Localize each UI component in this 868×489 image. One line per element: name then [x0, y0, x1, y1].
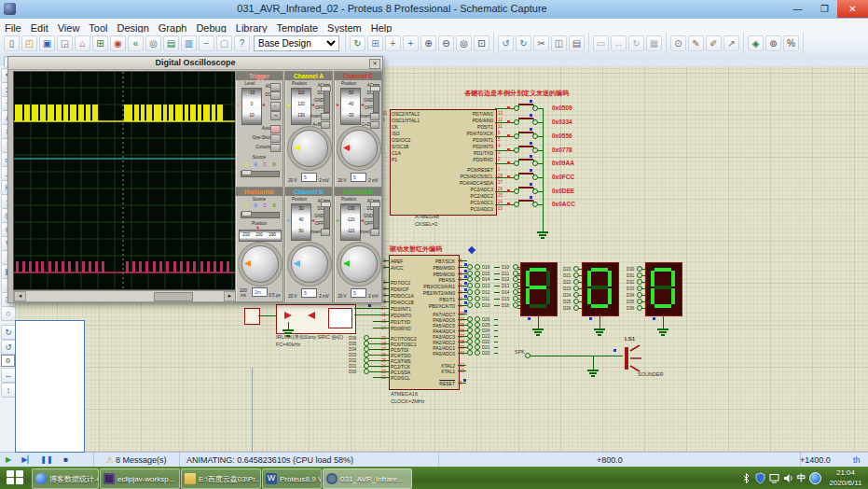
- minimize-button[interactable]: —: [785, 0, 810, 18]
- h-source-channel-d[interactable]: D: [270, 203, 278, 208]
- ime-indicator[interactable]: 中: [797, 472, 806, 484]
- scroll-thumb[interactable]: [154, 292, 193, 301]
- channel-c-scale-value[interactable]: 5: [351, 173, 366, 182]
- open-file-icon[interactable]: ◰: [21, 35, 37, 51]
- seven-segment-display[interactable]: [645, 262, 682, 316]
- zoom-out-icon[interactable]: ⊖: [438, 35, 454, 51]
- invert-button[interactable]: [321, 113, 330, 120]
- h-source-thumb[interactable]: [241, 211, 252, 217]
- mode-off[interactable]: OFF: [309, 221, 324, 226]
- h-source-channel-a[interactable]: A: [242, 203, 250, 208]
- channel-a-knob[interactable]: [291, 130, 328, 167]
- display-icon[interactable]: [769, 472, 779, 484]
- cursor-icon[interactable]: +: [403, 35, 419, 51]
- new-file-icon[interactable]: ▯: [4, 35, 20, 51]
- library-icon[interactable]: ▤: [163, 35, 179, 51]
- oscilloscope-scrollbar[interactable]: ◄ ►: [13, 290, 237, 302]
- push-button[interactable]: [518, 187, 533, 189]
- taskbar-item[interactable]: eclipjav-worksp...: [100, 468, 180, 489]
- mode-gnd[interactable]: GND: [358, 98, 373, 103]
- channel-b-scale-value[interactable]: 5: [301, 288, 317, 298]
- mode-gnd[interactable]: GND: [309, 214, 324, 218]
- coupling-thumb[interactable]: [370, 86, 380, 91]
- oneshot-button[interactable]: [270, 134, 281, 143]
- zoom-in-icon[interactable]: ⊕: [420, 35, 436, 51]
- block-rotate-icon[interactable]: ↻: [628, 35, 644, 51]
- push-button[interactable]: [518, 118, 533, 119]
- cut-icon[interactable]: ✂: [533, 35, 549, 51]
- trigger-ac-button[interactable]: [270, 83, 281, 91]
- seven-segment-display[interactable]: [582, 262, 619, 316]
- redo-icon[interactable]: ↻: [516, 35, 531, 51]
- paste-icon[interactable]: ▤: [569, 35, 585, 51]
- horizontal-knob[interactable]: [241, 245, 279, 283]
- find-icon[interactable]: ◎: [145, 35, 161, 51]
- source-channel-b[interactable]: B: [252, 162, 259, 167]
- coupling-thumb[interactable]: [321, 202, 331, 207]
- cursors-button[interactable]: [270, 144, 281, 152]
- bluetooth-icon[interactable]: [741, 472, 751, 484]
- edit-icon[interactable]: ✐: [706, 35, 722, 51]
- push-button[interactable]: [518, 159, 533, 161]
- block-delete-icon[interactable]: ▦: [646, 35, 662, 51]
- speaker-icon[interactable]: [783, 472, 793, 484]
- push-button[interactable]: [518, 104, 533, 105]
- object-selector[interactable]: [15, 320, 85, 453]
- close-button[interactable]: ✕: [837, 0, 868, 18]
- divider-tool-icon[interactable]: −: [199, 35, 214, 51]
- flip-vertical-icon[interactable]: ↕: [1, 383, 16, 398]
- pick-icon[interactable]: ⊙: [670, 35, 686, 51]
- zoom-all-icon[interactable]: ◎: [456, 35, 472, 51]
- flip-horizontal-icon[interactable]: ↔: [1, 368, 16, 383]
- taskbar-clock[interactable]: 21:04 2020/6/11: [825, 468, 866, 488]
- push-button[interactable]: [518, 173, 533, 175]
- rotation-angle-field[interactable]: 0: [1, 355, 15, 367]
- push-button[interactable]: [518, 132, 533, 133]
- sheet-icon[interactable]: ▥: [181, 35, 197, 51]
- grid-icon[interactable]: ⊞: [367, 35, 383, 51]
- save-file-icon[interactable]: ▣: [39, 35, 55, 51]
- push-button[interactable]: [518, 146, 533, 147]
- record-icon[interactable]: ◉: [110, 35, 126, 51]
- pause-button[interactable]: ❚❚: [39, 454, 54, 466]
- horizontal-scale-value[interactable]: 2m: [252, 287, 268, 297]
- component-grid-icon[interactable]: ⊞: [92, 35, 108, 51]
- oscilloscope-window[interactable]: Digital Oscilloscope ✕ ◄ ► TriggerLevel-…: [7, 56, 383, 303]
- tray-app-circle-icon[interactable]: [809, 472, 821, 484]
- auto-button[interactable]: [270, 125, 281, 133]
- pencil-icon[interactable]: ✎: [688, 35, 704, 51]
- rotate-ccw-icon[interactable]: ↺: [1, 340, 16, 355]
- wrench-icon[interactable]: ↗: [723, 35, 739, 51]
- play-button[interactable]: ▶: [1, 454, 16, 466]
- refresh-icon[interactable]: ↻: [350, 35, 365, 51]
- undo-icon[interactable]: ↺: [498, 35, 514, 51]
- mode-off[interactable]: OFF: [358, 105, 373, 110]
- taskbar-item[interactable]: E:\百度云盘03\Pr...: [181, 468, 261, 489]
- zoom-area-icon[interactable]: ⊡: [474, 35, 489, 51]
- design-explorer-icon[interactable]: ◈: [748, 35, 764, 51]
- sounder-icon[interactable]: [621, 343, 645, 373]
- edge-rise-button[interactable]: ⌐: [270, 102, 281, 111]
- start-button[interactable]: [4, 469, 28, 486]
- search-icon[interactable]: ⊚: [765, 35, 781, 51]
- seven-segment-display[interactable]: [520, 262, 558, 316]
- trigger-dc-button[interactable]: [270, 91, 281, 100]
- rotate-cw-icon[interactable]: ↻: [1, 325, 16, 340]
- rewind-icon[interactable]: «: [128, 35, 144, 51]
- import-icon[interactable]: ◲: [57, 35, 73, 51]
- block-move-icon[interactable]: ↔: [611, 35, 627, 51]
- invert-button[interactable]: [321, 229, 330, 236]
- push-button[interactable]: [518, 200, 533, 202]
- 2d-circle-icon[interactable]: ○: [1, 306, 16, 321]
- h-position-slider[interactable]: 210200190: [239, 230, 282, 242]
- edge-fall-button[interactable]: ¬: [270, 111, 281, 120]
- scroll-left-icon[interactable]: ◄: [14, 291, 26, 301]
- help-icon[interactable]: ?: [234, 35, 250, 51]
- home-icon[interactable]: ⌂: [75, 35, 90, 51]
- stop-button[interactable]: ■: [59, 454, 74, 466]
- h-source-channel-c[interactable]: C: [261, 203, 269, 208]
- percent-icon[interactable]: %: [783, 35, 799, 51]
- mode-gnd[interactable]: GND: [358, 214, 373, 218]
- mode-gnd[interactable]: GND: [309, 98, 324, 103]
- coupling-thumb[interactable]: [321, 86, 331, 91]
